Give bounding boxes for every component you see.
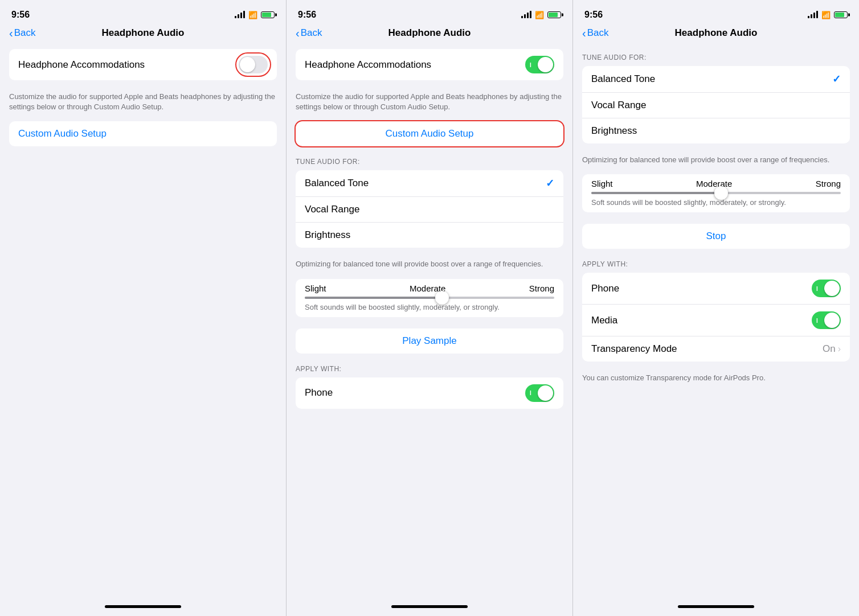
accommodations-row-1: Headphone Accommodations <box>9 49 277 80</box>
accommodations-group-2: Headphone Accommodations I <box>296 49 563 80</box>
phone-label-3: Phone <box>591 283 619 294</box>
phone-toggle-3[interactable]: I <box>812 280 841 297</box>
strong-label-2: Strong <box>529 284 554 293</box>
status-time-2: 9:56 <box>298 10 316 20</box>
balanced-tone-label-2: Balanced Tone <box>305 178 369 189</box>
slider-track-3[interactable] <box>591 192 841 194</box>
media-row-3: Media I <box>582 305 850 336</box>
slider-thumb-2[interactable] <box>435 291 449 305</box>
play-sample-group-2: Play Sample <box>296 328 563 354</box>
nav-bar-1: ‹ Back Headphone Audio <box>0 25 286 43</box>
media-label-3: Media <box>591 315 617 326</box>
custom-audio-row-2[interactable]: Custom Audio Setup <box>296 121 563 146</box>
apply-section-label-3: APPLY WITH: <box>582 260 850 268</box>
slider-labels-2: Slight Moderate Strong <box>305 284 554 293</box>
back-button-2[interactable]: ‹ Back <box>296 27 322 40</box>
tune-group-3: Balanced Tone ✓ Vocal Range Brightness <box>582 66 850 143</box>
balanced-tone-label-3: Balanced Tone <box>591 73 655 85</box>
slider-container-3: Slight Moderate Strong Soft sounds will … <box>582 174 850 212</box>
custom-audio-group-1: Custom Audio Setup <box>9 121 277 146</box>
nav-bar-3: ‹ Back Headphone Audio <box>573 25 859 43</box>
home-bar-1 <box>105 605 181 608</box>
accommodations-toggle-1[interactable] <box>239 56 268 73</box>
toggle-thumb-phone-2 <box>538 385 553 401</box>
phone-row-3: Phone I <box>582 273 850 305</box>
signal-icon-2 <box>521 11 531 18</box>
home-indicator-2 <box>287 597 572 616</box>
toggle-on-label-2: I <box>530 61 531 68</box>
chevron-left-icon-2: ‹ <box>296 27 300 40</box>
strong-label-3: Strong <box>816 179 841 188</box>
toggle-on-label-phone-2: I <box>530 390 531 396</box>
transparency-label-3: Transparency Mode <box>591 343 677 355</box>
signal-icon-1 <box>235 11 245 18</box>
custom-audio-row-1[interactable]: Custom Audio Setup <box>9 121 277 146</box>
balanced-tone-row-2[interactable]: Balanced Tone ✓ <box>296 170 563 197</box>
vocal-range-row-2[interactable]: Vocal Range <box>296 197 563 223</box>
accommodations-row-2: Headphone Accommodations I <box>296 49 563 80</box>
home-indicator-1 <box>0 597 286 616</box>
stop-row-3[interactable]: Stop <box>582 224 850 249</box>
play-sample-row-2[interactable]: Play Sample <box>296 328 563 354</box>
page-title-1: Headphone Audio <box>102 27 185 39</box>
apply-group-3: Phone I Media I Transparency Mode On › <box>582 273 850 362</box>
content-2: Headphone Accommodations I Customize the… <box>287 43 572 597</box>
tune-section-label-3: TUNE AUDIO FOR: <box>582 54 850 61</box>
transparency-row-3[interactable]: Transparency Mode On › <box>582 336 850 362</box>
toggle-thumb-1 <box>240 57 255 72</box>
phone-toggle-2[interactable]: I <box>525 384 554 402</box>
home-bar-2 <box>391 605 468 608</box>
home-bar-3 <box>678 605 754 608</box>
status-time-1: 9:56 <box>11 10 30 20</box>
back-button-1[interactable]: ‹ Back <box>9 27 35 40</box>
status-time-3: 9:56 <box>584 10 603 20</box>
signal-icon-3 <box>808 11 818 18</box>
transparency-value-wrapper: On › <box>823 343 841 355</box>
wifi-icon-1: 📶 <box>248 11 257 19</box>
tune-desc-2: Optimizing for balanced tone will provid… <box>296 259 563 269</box>
back-button-3[interactable]: ‹ Back <box>582 27 608 40</box>
tune-group-2: Balanced Tone ✓ Vocal Range Brightness <box>296 170 563 248</box>
toggle-thumb-media-3 <box>824 313 840 328</box>
custom-audio-group-2: Custom Audio Setup <box>296 121 563 146</box>
slider-container-2: Slight Moderate Strong Soft sounds will … <box>296 279 563 317</box>
apply-section-label-2: APPLY WITH: <box>296 365 563 373</box>
accommodations-label-1: Headphone Accommodations <box>18 59 145 71</box>
brightness-label-2: Brightness <box>305 229 350 241</box>
battery-icon-3 <box>834 11 848 18</box>
media-toggle-3[interactable]: I <box>812 311 841 329</box>
vocal-range-label-2: Vocal Range <box>305 204 359 215</box>
accommodations-toggle-2[interactable]: I <box>525 56 554 73</box>
wifi-icon-3: 📶 <box>821 11 831 19</box>
vocal-range-row-3[interactable]: Vocal Range <box>582 93 850 118</box>
slider-thumb-3[interactable] <box>714 186 728 200</box>
phone-label-2: Phone <box>305 387 333 399</box>
moderate-label-3: Moderate <box>696 179 732 188</box>
page-title-2: Headphone Audio <box>388 27 471 39</box>
status-icons-3: 📶 <box>808 11 848 19</box>
chevron-left-icon-1: ‹ <box>9 27 13 40</box>
toggle-thumb-phone-3 <box>824 281 840 296</box>
brightness-row-2[interactable]: Brightness <box>296 223 563 248</box>
brightness-row-3[interactable]: Brightness <box>582 118 850 143</box>
content-3: TUNE AUDIO FOR: Balanced Tone ✓ Vocal Ra… <box>573 43 859 597</box>
phone-row-2: Phone I <box>296 377 563 409</box>
play-sample-label-2: Play Sample <box>305 335 554 347</box>
wifi-icon-2: 📶 <box>535 11 544 19</box>
description-2: Customize the audio for supported Apple … <box>296 92 563 112</box>
custom-audio-label-1: Custom Audio Setup <box>18 128 107 139</box>
slight-label-3: Slight <box>591 179 613 188</box>
slider-labels-3: Slight Moderate Strong <box>591 179 841 188</box>
status-bar-1: 9:56 📶 <box>0 0 286 25</box>
transparency-value-3: On <box>823 343 836 355</box>
transparency-chevron-3: › <box>838 344 841 354</box>
slider-track-2[interactable] <box>305 297 554 299</box>
stop-group-3: Stop <box>582 224 850 249</box>
home-indicator-3 <box>573 597 859 616</box>
panel-1: 9:56 📶 ‹ Back Headphone Audio Headphone <box>0 0 287 616</box>
status-icons-2: 📶 <box>521 11 561 19</box>
brightness-label-3: Brightness <box>591 125 637 137</box>
balanced-tone-row-3[interactable]: Balanced Tone ✓ <box>582 66 850 93</box>
vocal-range-label-3: Vocal Range <box>591 100 646 111</box>
battery-icon-2 <box>547 11 561 18</box>
